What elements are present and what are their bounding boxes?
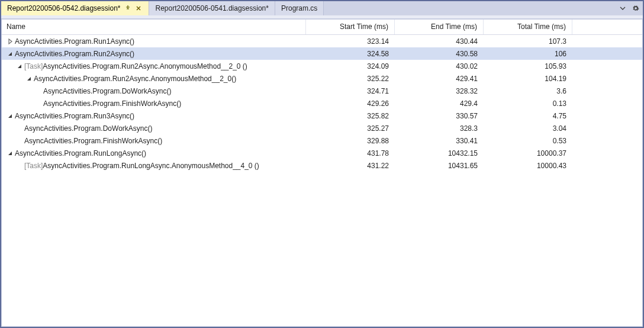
row-name-text: AsyncActivities.Program.FinishWorkAsync(…: [24, 137, 162, 145]
chevron-right-icon[interactable]: [7, 38, 14, 45]
cell-start: 324.58: [306, 50, 395, 58]
task-prefix: [Task]: [24, 162, 43, 170]
tab-label: Report20200506-0541.diagsession*: [155, 4, 268, 12]
cell-end: 10432.15: [395, 149, 484, 157]
tab-0[interactable]: Report20200506-0542.diagsession*: [1, 1, 149, 15]
cell-name: AsyncActivities.Program.DoWorkAsync(): [2, 124, 306, 133]
cell-total: 3.04: [484, 124, 572, 133]
grid-header: Name Start Time (ms) End Time (ms) Total…: [2, 20, 642, 35]
cell-name: AsyncActivities.Program.Run3Async(): [2, 112, 306, 120]
table-row[interactable]: [Task] AsyncActivities.Program.RunLongAs…: [2, 159, 642, 172]
cell-start: 325.27: [306, 124, 395, 133]
cell-total: 0.13: [484, 99, 572, 108]
row-name-text: AsyncActivities.Program.Run3Async(): [15, 112, 134, 120]
cell-start: 325.82: [306, 112, 395, 120]
table-row[interactable]: AsyncActivities.Program.Run1Async()323.1…: [2, 35, 642, 47]
pin-icon[interactable]: [124, 4, 132, 12]
cell-total: 106: [484, 50, 572, 58]
report-grid: Name Start Time (ms) End Time (ms) Total…: [1, 19, 643, 327]
cell-name: [Task] AsyncActivities.Program.RunLongAs…: [2, 162, 306, 170]
tab-2[interactable]: Program.cs: [275, 1, 324, 15]
row-name-text: AsyncActivities.Program.Run2Async(): [15, 50, 134, 58]
cell-total: 3.6: [484, 87, 572, 95]
cell-total: 10000.43: [484, 162, 572, 170]
cell-name: AsyncActivities.Program.Run2Async(): [2, 50, 306, 58]
table-row[interactable]: AsyncActivities.Program.RunLongAsync()43…: [2, 147, 642, 159]
cell-start: 324.71: [306, 87, 395, 95]
tab-1[interactable]: Report20200506-0541.diagsession*: [149, 1, 275, 15]
cell-start: 329.88: [306, 137, 395, 145]
table-row[interactable]: AsyncActivities.Program.DoWorkAsync()325…: [2, 122, 642, 134]
cell-start: 325.22: [306, 75, 395, 83]
row-name-text: AsyncActivities.Program.Run2Async.Anonym…: [34, 75, 236, 83]
table-row[interactable]: AsyncActivities.Program.FinishWorkAsync(…: [2, 134, 642, 147]
cell-end: 330.57: [395, 112, 484, 120]
column-spacer: [572, 20, 642, 34]
row-name-text: AsyncActivities.Program.DoWorkAsync(): [43, 87, 172, 95]
row-name-text: AsyncActivities.Program.RunLongAsync.Ano…: [43, 162, 259, 170]
chevron-down-icon[interactable]: [7, 50, 14, 57]
row-name-text: AsyncActivities.Program.FinishWorkAsync(…: [43, 99, 181, 108]
table-row[interactable]: [Task] AsyncActivities.Program.Run2Async…: [2, 60, 642, 72]
tab-label: Report20200506-0542.diagsession*: [7, 4, 120, 12]
cell-end: 10431.65: [395, 162, 484, 170]
cell-end: 430.02: [395, 62, 484, 70]
cell-start: 323.14: [306, 37, 395, 46]
cell-name: AsyncActivities.Program.Run1Async(): [2, 37, 306, 46]
row-name-text: AsyncActivities.Program.RunLongAsync(): [15, 149, 146, 157]
gear-icon[interactable]: [631, 4, 640, 13]
cell-end: 328.32: [395, 87, 484, 95]
cell-total: 4.75: [484, 112, 572, 120]
column-header-total[interactable]: Total Time (ms): [484, 20, 572, 34]
close-icon[interactable]: [134, 4, 143, 12]
column-header-end[interactable]: End Time (ms): [395, 20, 484, 34]
cell-start: 431.22: [306, 162, 395, 170]
cell-name: AsyncActivities.Program.Run2Async.Anonym…: [2, 75, 306, 83]
cell-end: 429.41: [395, 75, 484, 83]
cell-start: 324.09: [306, 62, 395, 70]
chevron-down-icon[interactable]: [16, 63, 23, 70]
table-row[interactable]: AsyncActivities.Program.Run2Async()324.5…: [2, 47, 642, 60]
cell-end: 430.44: [395, 37, 484, 46]
cell-name: AsyncActivities.Program.FinishWorkAsync(…: [2, 137, 306, 145]
table-row[interactable]: AsyncActivities.Program.Run3Async()325.8…: [2, 110, 642, 122]
row-name-text: AsyncActivities.Program.Run2Async.Anonym…: [43, 62, 247, 70]
tab-label: Program.cs: [281, 4, 317, 12]
cell-total: 0.53: [484, 137, 572, 145]
row-name-text: AsyncActivities.Program.DoWorkAsync(): [24, 124, 153, 133]
table-row[interactable]: AsyncActivities.Program.FinishWorkAsync(…: [2, 97, 642, 110]
row-name-text: AsyncActivities.Program.Run1Async(): [15, 37, 134, 46]
table-row[interactable]: AsyncActivities.Program.Run2Async.Anonym…: [2, 72, 642, 85]
cell-end: 430.58: [395, 50, 484, 58]
cell-name: AsyncActivities.Program.DoWorkAsync(): [2, 87, 306, 95]
chevron-down-icon[interactable]: [25, 75, 33, 82]
column-header-name[interactable]: Name: [2, 20, 306, 34]
dropdown-button[interactable]: [618, 4, 627, 13]
table-row[interactable]: AsyncActivities.Program.DoWorkAsync()324…: [2, 85, 642, 97]
cell-name: AsyncActivities.Program.FinishWorkAsync(…: [2, 99, 306, 108]
tab-strip: Report20200506-0542.diagsession*Report20…: [1, 1, 643, 15]
cell-end: 328.3: [395, 124, 484, 133]
task-prefix: [Task]: [24, 62, 43, 70]
cell-end: 429.4: [395, 99, 484, 108]
column-header-start[interactable]: Start Time (ms): [306, 20, 395, 34]
cell-name: AsyncActivities.Program.RunLongAsync(): [2, 149, 306, 157]
chevron-down-icon[interactable]: [7, 112, 14, 120]
cell-start: 429.26: [306, 99, 395, 108]
cell-name: [Task] AsyncActivities.Program.Run2Async…: [2, 62, 306, 70]
cell-start: 431.78: [306, 149, 395, 157]
grid-body[interactable]: AsyncActivities.Program.Run1Async()323.1…: [2, 35, 642, 326]
cell-total: 105.93: [484, 62, 572, 70]
cell-total: 10000.37: [484, 149, 572, 157]
chevron-down-icon[interactable]: [7, 150, 14, 157]
cell-total: 104.19: [484, 75, 572, 83]
cell-total: 107.3: [484, 37, 572, 46]
cell-end: 330.41: [395, 137, 484, 145]
